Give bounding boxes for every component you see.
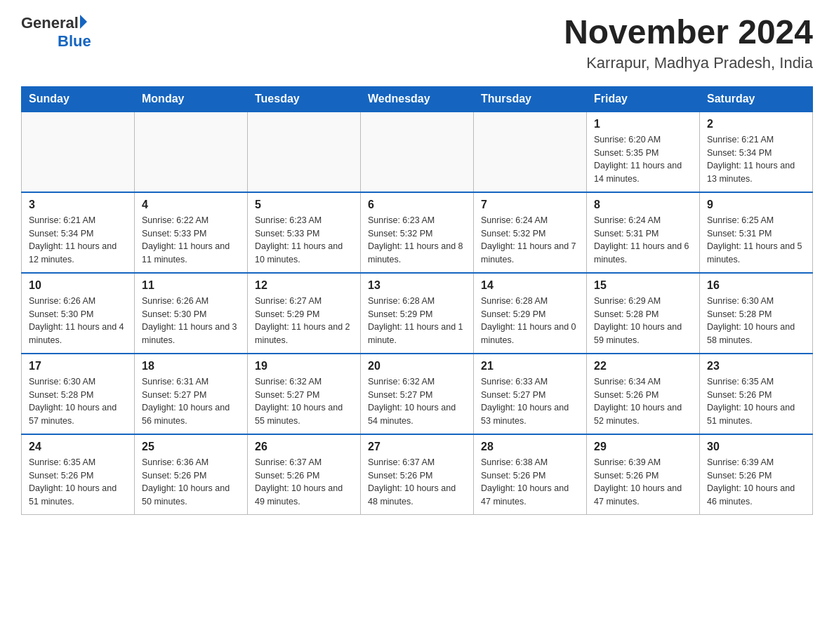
- logo: General Blue: [21, 14, 91, 51]
- calendar-header-wednesday: Wednesday: [361, 86, 474, 112]
- calendar-cell: [135, 112, 248, 192]
- day-info: Sunrise: 6:23 AMSunset: 5:32 PMDaylight:…: [368, 214, 466, 267]
- calendar-cell: 8Sunrise: 6:24 AMSunset: 5:31 PMDaylight…: [587, 192, 700, 273]
- calendar-cell: 7Sunrise: 6:24 AMSunset: 5:32 PMDaylight…: [474, 192, 587, 273]
- day-number: 3: [29, 199, 127, 211]
- calendar-week-row: 1Sunrise: 6:20 AMSunset: 5:35 PMDaylight…: [22, 112, 813, 192]
- calendar-cell: 16Sunrise: 6:30 AMSunset: 5:28 PMDayligh…: [700, 273, 813, 354]
- day-info: Sunrise: 6:32 AMSunset: 5:27 PMDaylight:…: [368, 375, 466, 428]
- logo-general-text: General: [21, 14, 79, 32]
- calendar-header-monday: Monday: [135, 86, 248, 112]
- day-info: Sunrise: 6:33 AMSunset: 5:27 PMDaylight:…: [481, 375, 579, 428]
- day-info: Sunrise: 6:29 AMSunset: 5:28 PMDaylight:…: [594, 295, 692, 347]
- calendar-header-friday: Friday: [587, 86, 700, 112]
- calendar-cell: 20Sunrise: 6:32 AMSunset: 5:27 PMDayligh…: [361, 354, 474, 434]
- calendar-cell: 19Sunrise: 6:32 AMSunset: 5:27 PMDayligh…: [248, 354, 361, 434]
- day-info: Sunrise: 6:25 AMSunset: 5:31 PMDaylight:…: [707, 214, 805, 267]
- day-number: 10: [29, 279, 127, 292]
- calendar-header-tuesday: Tuesday: [248, 86, 361, 112]
- day-info: Sunrise: 6:39 AMSunset: 5:26 PMDaylight:…: [707, 456, 805, 509]
- calendar-week-row: 24Sunrise: 6:35 AMSunset: 5:26 PMDayligh…: [22, 434, 813, 515]
- day-number: 6: [368, 199, 466, 211]
- day-number: 11: [142, 279, 240, 292]
- calendar-cell: 29Sunrise: 6:39 AMSunset: 5:26 PMDayligh…: [587, 434, 700, 515]
- calendar-cell: 12Sunrise: 6:27 AMSunset: 5:29 PMDayligh…: [248, 273, 361, 354]
- calendar-cell: 23Sunrise: 6:35 AMSunset: 5:26 PMDayligh…: [700, 354, 813, 434]
- day-info: Sunrise: 6:21 AMSunset: 5:34 PMDaylight:…: [707, 133, 805, 186]
- calendar-cell: 24Sunrise: 6:35 AMSunset: 5:26 PMDayligh…: [22, 434, 135, 515]
- calendar-cell: 28Sunrise: 6:38 AMSunset: 5:26 PMDayligh…: [474, 434, 587, 515]
- calendar-cell: 2Sunrise: 6:21 AMSunset: 5:34 PMDaylight…: [700, 112, 813, 192]
- day-number: 18: [142, 360, 240, 373]
- day-number: 17: [29, 360, 127, 373]
- day-number: 24: [29, 441, 127, 453]
- day-info: Sunrise: 6:27 AMSunset: 5:29 PMDaylight:…: [255, 295, 353, 347]
- calendar-cell: 4Sunrise: 6:22 AMSunset: 5:33 PMDaylight…: [135, 192, 248, 273]
- calendar-cell: 1Sunrise: 6:20 AMSunset: 5:35 PMDaylight…: [587, 112, 700, 192]
- day-info: Sunrise: 6:24 AMSunset: 5:32 PMDaylight:…: [481, 214, 579, 267]
- calendar-cell: 18Sunrise: 6:31 AMSunset: 5:27 PMDayligh…: [135, 354, 248, 434]
- calendar-cell: 14Sunrise: 6:28 AMSunset: 5:29 PMDayligh…: [474, 273, 587, 354]
- day-number: 12: [255, 279, 353, 292]
- day-number: 27: [368, 441, 466, 453]
- day-number: 20: [368, 360, 466, 373]
- day-number: 19: [255, 360, 353, 373]
- calendar: SundayMondayTuesdayWednesdayThursdayFrid…: [21, 86, 813, 515]
- day-info: Sunrise: 6:35 AMSunset: 5:26 PMDaylight:…: [29, 456, 127, 509]
- day-info: Sunrise: 6:22 AMSunset: 5:33 PMDaylight:…: [142, 214, 240, 267]
- calendar-cell: 25Sunrise: 6:36 AMSunset: 5:26 PMDayligh…: [135, 434, 248, 515]
- day-info: Sunrise: 6:26 AMSunset: 5:30 PMDaylight:…: [142, 295, 240, 347]
- day-info: Sunrise: 6:35 AMSunset: 5:26 PMDaylight:…: [707, 375, 805, 428]
- calendar-cell: 6Sunrise: 6:23 AMSunset: 5:32 PMDaylight…: [361, 192, 474, 273]
- day-number: 2: [707, 118, 805, 130]
- calendar-cell: 3Sunrise: 6:21 AMSunset: 5:34 PMDaylight…: [22, 192, 135, 273]
- location-title: Karrapur, Madhya Pradesh, India: [564, 54, 813, 72]
- calendar-cell: 9Sunrise: 6:25 AMSunset: 5:31 PMDaylight…: [700, 192, 813, 273]
- day-number: 29: [594, 441, 692, 453]
- title-area: November 2024 Karrapur, Madhya Pradesh, …: [564, 14, 813, 72]
- calendar-cell: 30Sunrise: 6:39 AMSunset: 5:26 PMDayligh…: [700, 434, 813, 515]
- calendar-cell: [248, 112, 361, 192]
- day-number: 30: [707, 441, 805, 453]
- calendar-cell: 13Sunrise: 6:28 AMSunset: 5:29 PMDayligh…: [361, 273, 474, 354]
- calendar-cell: 26Sunrise: 6:37 AMSunset: 5:26 PMDayligh…: [248, 434, 361, 515]
- day-info: Sunrise: 6:28 AMSunset: 5:29 PMDaylight:…: [481, 295, 579, 347]
- day-info: Sunrise: 6:37 AMSunset: 5:26 PMDaylight:…: [368, 456, 466, 509]
- day-info: Sunrise: 6:26 AMSunset: 5:30 PMDaylight:…: [29, 295, 127, 347]
- calendar-cell: 11Sunrise: 6:26 AMSunset: 5:30 PMDayligh…: [135, 273, 248, 354]
- day-info: Sunrise: 6:24 AMSunset: 5:31 PMDaylight:…: [594, 214, 692, 267]
- calendar-cell: 22Sunrise: 6:34 AMSunset: 5:26 PMDayligh…: [587, 354, 700, 434]
- day-info: Sunrise: 6:32 AMSunset: 5:27 PMDaylight:…: [255, 375, 353, 428]
- day-number: 25: [142, 441, 240, 453]
- day-number: 5: [255, 199, 353, 211]
- day-info: Sunrise: 6:30 AMSunset: 5:28 PMDaylight:…: [707, 295, 805, 347]
- day-info: Sunrise: 6:23 AMSunset: 5:33 PMDaylight:…: [255, 214, 353, 267]
- day-number: 9: [707, 199, 805, 211]
- logo-arrow-icon: [80, 15, 87, 29]
- calendar-cell: 10Sunrise: 6:26 AMSunset: 5:30 PMDayligh…: [22, 273, 135, 354]
- day-number: 14: [481, 279, 579, 292]
- calendar-header-row: SundayMondayTuesdayWednesdayThursdayFrid…: [22, 86, 813, 112]
- day-info: Sunrise: 6:31 AMSunset: 5:27 PMDaylight:…: [142, 375, 240, 428]
- day-number: 1: [594, 118, 692, 130]
- calendar-week-row: 3Sunrise: 6:21 AMSunset: 5:34 PMDaylight…: [22, 192, 813, 273]
- day-number: 21: [481, 360, 579, 373]
- calendar-cell: 17Sunrise: 6:30 AMSunset: 5:28 PMDayligh…: [22, 354, 135, 434]
- day-info: Sunrise: 6:38 AMSunset: 5:26 PMDaylight:…: [481, 456, 579, 509]
- day-info: Sunrise: 6:28 AMSunset: 5:29 PMDaylight:…: [368, 295, 466, 347]
- logo-blue-text: Blue: [58, 32, 91, 51]
- calendar-cell: 27Sunrise: 6:37 AMSunset: 5:26 PMDayligh…: [361, 434, 474, 515]
- day-number: 28: [481, 441, 579, 453]
- calendar-header-sunday: Sunday: [22, 86, 135, 112]
- header: General Blue November 2024 Karrapur, Mad…: [21, 14, 813, 72]
- calendar-cell: 5Sunrise: 6:23 AMSunset: 5:33 PMDaylight…: [248, 192, 361, 273]
- day-number: 23: [707, 360, 805, 373]
- day-number: 22: [594, 360, 692, 373]
- day-number: 4: [142, 199, 240, 211]
- calendar-cell: 15Sunrise: 6:29 AMSunset: 5:28 PMDayligh…: [587, 273, 700, 354]
- calendar-header-thursday: Thursday: [474, 86, 587, 112]
- day-info: Sunrise: 6:21 AMSunset: 5:34 PMDaylight:…: [29, 214, 127, 267]
- calendar-cell: 21Sunrise: 6:33 AMSunset: 5:27 PMDayligh…: [474, 354, 587, 434]
- day-number: 16: [707, 279, 805, 292]
- calendar-cell: [22, 112, 135, 192]
